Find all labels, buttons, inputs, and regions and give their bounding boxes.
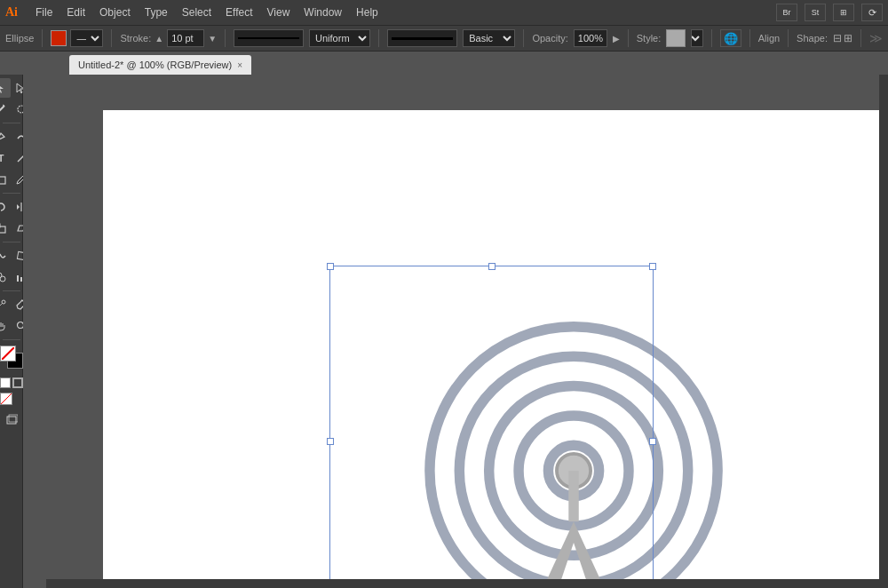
tool-sep-1 bbox=[3, 123, 20, 123]
tab-title: Untitled-2* @ 100% (RGB/Preview) bbox=[78, 60, 232, 70]
svg-marker-0 bbox=[0, 83, 4, 93]
svg-line-21 bbox=[0, 303, 3, 306]
opacity-arrow[interactable]: ▶ bbox=[613, 34, 620, 44]
shape-label-group: Ellipse bbox=[5, 33, 34, 44]
tab-close-button[interactable]: × bbox=[237, 60, 242, 70]
type-tool[interactable]: T bbox=[0, 148, 11, 168]
canvas-area: .circ { fill: none; stroke: #a0a8b8; str… bbox=[23, 75, 888, 588]
vertical-scrollbar[interactable] bbox=[879, 75, 888, 579]
foreground-color-swatch[interactable] bbox=[0, 346, 16, 362]
sep8 bbox=[749, 29, 750, 47]
svg-rect-33 bbox=[568, 471, 578, 521]
fill-type-select[interactable]: — bbox=[70, 29, 103, 47]
shape-icons: ⊟ ⊞ bbox=[833, 32, 852, 44]
stroke-value-input[interactable] bbox=[167, 29, 204, 47]
opacity-label: Opacity: bbox=[532, 33, 567, 44]
fill-swatch[interactable] bbox=[51, 30, 67, 46]
sep9 bbox=[788, 29, 789, 47]
svg-rect-25 bbox=[7, 417, 16, 424]
document-tab[interactable]: Untitled-2* @ 100% (RGB/Preview) × bbox=[69, 55, 251, 75]
rectangle-tool[interactable] bbox=[0, 170, 11, 189]
shape-type-label: Ellipse bbox=[5, 33, 34, 44]
none-icon[interactable] bbox=[0, 393, 12, 405]
stroke-line-preview bbox=[234, 29, 304, 47]
menu-bar: Ai File Edit Object Type Select Effect V… bbox=[0, 0, 888, 25]
sep10 bbox=[860, 29, 861, 47]
warp-tool[interactable] bbox=[0, 246, 11, 266]
align-label: Align bbox=[758, 33, 780, 44]
shape-option1[interactable]: ⊟ bbox=[833, 32, 842, 44]
stroke-profile-select[interactable]: Uniform bbox=[309, 29, 370, 47]
magic-wand-tool[interactable] bbox=[0, 99, 11, 119]
horizontal-scrollbar[interactable] bbox=[46, 579, 888, 588]
artboard: .circ { fill: none; stroke: #a0a8b8; str… bbox=[103, 110, 884, 588]
svg-marker-9 bbox=[17, 204, 20, 210]
sep4 bbox=[378, 29, 379, 47]
more-options-icon[interactable]: ≫ bbox=[869, 31, 883, 45]
global-icon[interactable]: 🌐 bbox=[720, 29, 741, 47]
bridge-icon[interactable]: Br bbox=[776, 4, 797, 21]
menu-effect[interactable]: Effect bbox=[218, 3, 259, 22]
tool-sep-2 bbox=[3, 193, 20, 194]
sep1 bbox=[42, 29, 43, 47]
svg-rect-11 bbox=[0, 226, 5, 233]
style-select[interactable]: ▾ bbox=[691, 29, 703, 47]
shape-builder-tool[interactable] bbox=[0, 267, 11, 287]
tool-sep-5 bbox=[3, 339, 20, 340]
main-content: T bbox=[0, 75, 888, 588]
sep2 bbox=[111, 29, 112, 47]
svg-point-15 bbox=[0, 276, 5, 282]
svg-line-24 bbox=[2, 347, 14, 360]
sep6 bbox=[628, 29, 629, 47]
stroke-fill-mini bbox=[0, 377, 23, 388]
menu-window[interactable]: Window bbox=[297, 3, 349, 22]
opacity-input[interactable] bbox=[574, 29, 607, 47]
fill-group: — bbox=[51, 29, 103, 47]
scale-tool[interactable] bbox=[0, 219, 11, 238]
stroke-mini[interactable] bbox=[12, 377, 23, 388]
stroke-nudge-down[interactable]: ▼ bbox=[208, 34, 217, 44]
style-swatch[interactable] bbox=[666, 29, 686, 47]
menu-help[interactable]: Help bbox=[349, 3, 385, 22]
menu-object[interactable]: Object bbox=[92, 3, 138, 22]
shape-option2[interactable]: ⊞ bbox=[844, 32, 852, 44]
left-toolbar: T bbox=[0, 75, 23, 588]
svg-rect-16 bbox=[17, 275, 19, 282]
style-label: Style: bbox=[637, 33, 662, 44]
stroke-group: Stroke: ▲ ▼ bbox=[120, 29, 217, 47]
fill-mini[interactable] bbox=[0, 377, 11, 388]
app-logo: Ai bbox=[5, 5, 18, 20]
options-toolbar: Ellipse — Stroke: ▲ ▼ Uniform Basic Opac… bbox=[0, 25, 888, 52]
stroke-nudge-up[interactable]: ▲ bbox=[155, 34, 163, 44]
tool-sep-4 bbox=[3, 290, 20, 291]
brush-line bbox=[392, 37, 453, 40]
stroke-line-inner bbox=[238, 37, 299, 39]
hand-tool[interactable] bbox=[0, 316, 11, 336]
rotate-tool[interactable] bbox=[0, 197, 11, 217]
tab-bar: Untitled-2* @ 100% (RGB/Preview) × bbox=[0, 52, 888, 75]
sync-icon[interactable]: ⟳ bbox=[861, 4, 883, 21]
selection-tool[interactable] bbox=[0, 78, 11, 98]
sep7 bbox=[711, 29, 712, 47]
menu-view[interactable]: View bbox=[260, 3, 297, 22]
stock-icon[interactable]: St bbox=[805, 4, 826, 21]
pen-tool[interactable] bbox=[0, 127, 11, 147]
svg-line-3 bbox=[3, 105, 4, 106]
menu-select[interactable]: Select bbox=[175, 3, 218, 22]
tool-sep-3 bbox=[3, 242, 20, 242]
artwork-svg: .circ { fill: none; stroke: #a0a8b8; str… bbox=[412, 306, 736, 588]
svg-line-2 bbox=[0, 106, 4, 113]
artboard-tool[interactable] bbox=[2, 409, 21, 429]
menu-edit[interactable]: Edit bbox=[59, 3, 92, 22]
stroke-label: Stroke: bbox=[120, 33, 151, 44]
workspace-icon[interactable]: ⊞ bbox=[833, 4, 854, 21]
blend-tool[interactable] bbox=[0, 295, 11, 314]
brush-preview bbox=[387, 29, 457, 47]
menu-file[interactable]: File bbox=[28, 3, 59, 22]
svg-rect-6 bbox=[0, 177, 5, 184]
brush-select[interactable]: Basic bbox=[463, 29, 515, 47]
sep5 bbox=[523, 29, 524, 47]
menu-type[interactable]: Type bbox=[138, 3, 175, 22]
svg-rect-17 bbox=[20, 277, 22, 282]
layers-icon-area bbox=[2, 409, 21, 429]
